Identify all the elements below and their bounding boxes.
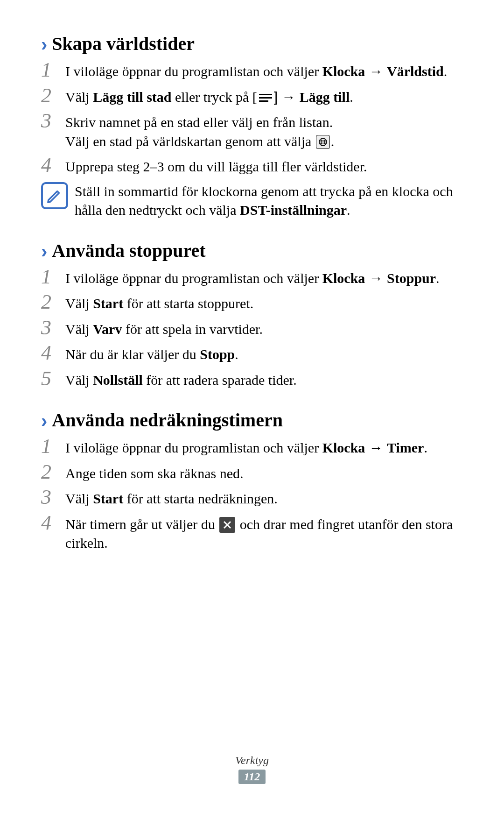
globe-icon xyxy=(316,135,330,149)
note-box: Ställ in sommartid för klockorna genom a… xyxy=(41,182,463,220)
section-heading-countdown-timer: › Använda nedräkningstimern xyxy=(41,409,463,431)
chevron-icon: › xyxy=(41,242,47,261)
step-content: I viloläge öppnar du programlistan och v… xyxy=(65,436,463,458)
step-content: I viloläge öppnar du programlistan och v… xyxy=(65,59,463,81)
svg-rect-0 xyxy=(259,94,272,95)
heading-text: Använda stoppuret xyxy=(52,240,205,262)
step-1: 1 I viloläge öppnar du programlistan och… xyxy=(41,436,463,458)
step-content: Välj Start för att starta nedräkningen. xyxy=(65,487,463,509)
step-content: Välj Lägg till stad eller tryck på [] → … xyxy=(65,85,463,107)
step-content: Ange tiden som ska räknas ned. xyxy=(65,461,463,483)
step-content: Välj Varv för att spela in varvtider. xyxy=(65,317,463,339)
footer-page-number: 112 xyxy=(238,770,266,784)
step-4: 4 Upprepa steg 2–3 om du vill lägga till… xyxy=(41,155,463,177)
page-content: › Skapa världstider 1 I viloläge öppnar … xyxy=(0,0,504,553)
step-number: 3 xyxy=(41,110,65,132)
step-number: 1 xyxy=(41,266,65,288)
menu-icon xyxy=(258,92,273,103)
step-number: 3 xyxy=(41,317,65,339)
dismiss-x-icon xyxy=(219,517,235,533)
step-number: 4 xyxy=(41,155,65,176)
step-number: 2 xyxy=(41,85,65,106)
step-number: 3 xyxy=(41,487,65,508)
step-number: 1 xyxy=(41,436,65,457)
step-content: I viloläge öppnar du programlistan och v… xyxy=(65,266,463,288)
step-number: 2 xyxy=(41,461,65,483)
chevron-icon: › xyxy=(41,411,47,430)
step-content: Upprepa steg 2–3 om du vill lägga till f… xyxy=(65,155,463,177)
section-heading-world-clocks: › Skapa världstider xyxy=(41,33,463,55)
step-5: 5 Välj Nollställ för att radera sparade … xyxy=(41,368,463,390)
step-number: 5 xyxy=(41,368,65,389)
step-2: 2 Ange tiden som ska räknas ned. xyxy=(41,461,463,483)
page-footer: Verktyg 112 xyxy=(0,754,504,784)
footer-section-label: Verktyg xyxy=(0,754,504,767)
heading-text: Använda nedräkningstimern xyxy=(52,409,283,431)
note-content: Ställ in sommartid för klockorna genom a… xyxy=(75,182,463,220)
step-content: Skriv namnet på en stad eller välj en fr… xyxy=(65,110,463,151)
step-content: Välj Start för att starta stoppuret. xyxy=(65,291,463,313)
step-1: 1 I viloläge öppnar du programlistan och… xyxy=(41,266,463,288)
heading-text: Skapa världstider xyxy=(52,33,195,55)
step-4: 4 När du är klar väljer du Stopp. xyxy=(41,342,463,364)
step-1: 1 I viloläge öppnar du programlistan och… xyxy=(41,59,463,81)
step-3: 3 Välj Varv för att spela in varvtider. xyxy=(41,317,463,339)
step-2: 2 Välj Lägg till stad eller tryck på [] … xyxy=(41,85,463,107)
step-3: 3 Välj Start för att starta nedräkningen… xyxy=(41,487,463,509)
step-4: 4 När timern går ut väljer du och drar m… xyxy=(41,512,463,553)
chevron-icon: › xyxy=(41,35,47,54)
step-number: 4 xyxy=(41,342,65,364)
svg-rect-2 xyxy=(259,100,268,102)
section-heading-stopwatch: › Använda stoppuret xyxy=(41,240,463,262)
step-3: 3 Skriv namnet på en stad eller välj en … xyxy=(41,110,463,151)
step-number: 1 xyxy=(41,59,65,81)
svg-rect-1 xyxy=(259,97,272,99)
step-2: 2 Välj Start för att starta stoppuret. xyxy=(41,291,463,313)
step-content: Välj Nollställ för att radera sparade ti… xyxy=(65,368,463,390)
step-content: När du är klar väljer du Stopp. xyxy=(65,342,463,364)
step-number: 2 xyxy=(41,291,65,313)
note-pencil-icon xyxy=(41,182,68,209)
step-number: 4 xyxy=(41,512,65,534)
step-content: När timern går ut väljer du och drar med… xyxy=(65,512,463,553)
